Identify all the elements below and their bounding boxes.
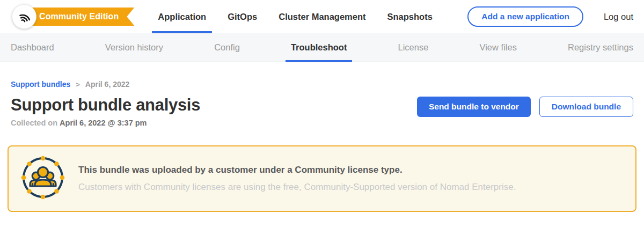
subnav-tab-version-history[interactable]: Version history bbox=[105, 33, 163, 62]
banner-subtext: Customers with Community licenses are us… bbox=[78, 182, 516, 193]
subnav-tab-license[interactable]: License bbox=[398, 33, 429, 62]
download-bundle-button[interactable]: Download bundle bbox=[539, 97, 633, 117]
title-row: Support bundle analysis Collected on Apr… bbox=[11, 96, 633, 127]
add-application-button[interactable]: Add a new application bbox=[467, 6, 583, 27]
primary-nav: Application GitOps Cluster Management Sn… bbox=[158, 0, 454, 33]
community-license-banner: This bundle was uploaded by a customer u… bbox=[8, 145, 636, 212]
collected-value: April 6, 2022 @ 3:37 pm bbox=[60, 119, 147, 127]
community-edition-badge: Community Edition bbox=[30, 8, 134, 26]
breadcrumb-separator: > bbox=[76, 80, 80, 89]
collected-label: Collected on bbox=[11, 119, 57, 127]
breadcrumb-support-bundles-link[interactable]: Support bundles bbox=[11, 80, 70, 89]
banner-heading: This bundle was uploaded by a customer u… bbox=[78, 165, 516, 175]
breadcrumb-current: April 6, 2022 bbox=[85, 80, 130, 89]
title-block: Support bundle analysis Collected on Apr… bbox=[11, 96, 200, 127]
community-users-icon bbox=[19, 154, 67, 203]
nav-tab-cluster-management[interactable]: Cluster Management bbox=[279, 0, 365, 33]
replicated-logo[interactable] bbox=[12, 4, 36, 29]
subnav-tab-dashboard[interactable]: Dashboard bbox=[11, 33, 54, 62]
subnav-tab-config[interactable]: Config bbox=[214, 33, 240, 62]
admin-console: Community Edition Application GitOps Clu… bbox=[0, 0, 644, 212]
subnav-tab-troubleshoot[interactable]: Troubleshoot bbox=[291, 33, 347, 62]
bundle-actions: Send bundle to vendor Download bundle bbox=[417, 96, 633, 117]
collected-timestamp: Collected on April 6, 2022 @ 3:37 pm bbox=[11, 119, 200, 127]
subnav-tab-registry-settings[interactable]: Registry settings bbox=[568, 33, 633, 62]
secondary-nav: Dashboard Version history Config Trouble… bbox=[0, 33, 644, 62]
nav-tab-snapshots[interactable]: Snapshots bbox=[387, 0, 433, 33]
main-content: Support bundles > April 6, 2022 Support … bbox=[0, 80, 644, 212]
brand: Community Edition bbox=[12, 4, 134, 29]
replicated-logo-icon bbox=[17, 10, 32, 24]
page-title: Support bundle analysis bbox=[11, 96, 200, 115]
nav-tab-application[interactable]: Application bbox=[158, 0, 206, 33]
send-bundle-to-vendor-button[interactable]: Send bundle to vendor bbox=[417, 97, 531, 117]
subnav-tab-view-files[interactable]: View files bbox=[480, 33, 517, 62]
breadcrumb: Support bundles > April 6, 2022 bbox=[11, 80, 633, 89]
logout-link[interactable]: Log out bbox=[604, 12, 633, 22]
nav-tab-gitops[interactable]: GitOps bbox=[228, 0, 257, 33]
banner-text: This bundle was uploaded by a customer u… bbox=[78, 165, 516, 193]
top-header: Community Edition Application GitOps Clu… bbox=[0, 0, 644, 33]
